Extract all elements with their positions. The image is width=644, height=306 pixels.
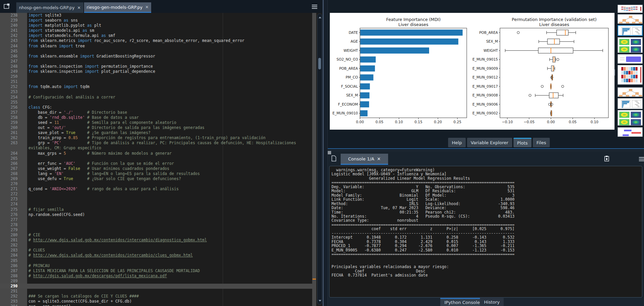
code-line-267[interactable]: 267 use_weight = False # Usar mínimos cu… — [0, 166, 312, 171]
vertical-splitter[interactable] — [322, 0, 327, 306]
plot-thumbnail-barblue[interactable] — [618, 54, 643, 64]
code-line-271[interactable]: 271q_cond = 'ANIO<=2020' # rango de años… — [0, 187, 312, 192]
code-line-260[interactable]: 260 out = 'out/' # Directorio de salida … — [0, 125, 312, 130]
line-number: 294 — [0, 304, 27, 306]
code-line-270[interactable]: 270 — [0, 181, 312, 187]
code-line-290[interactable]: 290 — [0, 284, 312, 289]
code-line-286[interactable]: 286# PRINCAU — [0, 263, 312, 268]
code-line-288[interactable]: 288# http://dgis.salud.gob.mx/descargas/… — [0, 274, 312, 279]
code-line-263[interactable]: 263 grp = 'PC' # Tipo de análisis a real… — [0, 140, 312, 146]
svg-text:POB_AREA: POB_AREA — [479, 30, 498, 35]
code-editor[interactable]: 238import sqlite3239import seaborn as sn… — [0, 13, 322, 306]
scrollbar-thumb[interactable] — [318, 58, 321, 69]
code-line-259[interactable]: 259 seed = 11 # Semilla para el componen… — [0, 120, 312, 125]
thumbnail-scrollbar[interactable] — [614, 69, 615, 75]
tab-variable-explorer[interactable]: Variable Explorer — [467, 138, 512, 147]
plot-thumbnail-heatmap[interactable] — [618, 5, 643, 13]
ipython-console-output[interactable]: warnings.warn(msg, category=FutureWarnin… — [329, 166, 642, 298]
code-line-256[interactable]: 256class CFG: — [0, 105, 312, 110]
code-line-254[interactable]: 254# Configuración del análisis a correr — [0, 95, 312, 100]
plot-thumbnail-tree[interactable] — [618, 14, 643, 24]
code-line-238[interactable]: 238import sqlite3 — [0, 13, 312, 18]
code-line-248[interactable]: 248from sklearn.inspection import permut… — [0, 64, 312, 69]
browse-tabs-icon[interactable] — [3, 3, 10, 10]
code-lines[interactable]: 238import sqlite3239import seaborn as sn… — [0, 13, 312, 306]
code-line-251[interactable]: 251 — [0, 79, 312, 84]
code-line-291[interactable]: 291 — [0, 289, 312, 294]
scroll-down-arrow-icon[interactable] — [319, 300, 321, 302]
console-tab[interactable]: Console 1/A ✕ — [341, 154, 388, 165]
code-line-252[interactable]: 252from tqdm.auto import tqdm — [0, 84, 312, 89]
code-line-243[interactable]: 243from sklearn.metrics import roc_auc_s… — [0, 38, 312, 43]
console-options-menu-icon[interactable] — [639, 156, 644, 162]
code-line-287[interactable]: 287# LISTA MEXICANA PARA LA SELECCION DE… — [0, 268, 312, 274]
code-line-264[interactable]: 264 max_grps = 5 # Número máximo de mode… — [0, 151, 312, 156]
code-line-245[interactable]: 245 — [0, 49, 312, 54]
code-line-255[interactable]: 255 — [0, 100, 312, 105]
code-line-274[interactable]: 274 — [0, 202, 312, 207]
code-line-273[interactable]: 273 — [0, 197, 312, 202]
editor-options-menu-icon[interactable] — [312, 4, 318, 8]
code-line-282[interactable]: 282 — [0, 243, 312, 248]
plot-thumbnail-barsrb[interactable] — [618, 127, 643, 137]
plot-thumbnail-heatmap[interactable] — [618, 65, 643, 85]
code-line-294[interactable]: 294cur = con.cursor() — [0, 304, 312, 306]
code-line-281[interactable]: 281# http://www.dgis.salud.gob.mx/conten… — [0, 238, 312, 243]
tab-help[interactable]: Help — [448, 138, 466, 147]
stop-square-icon[interactable] — [328, 151, 331, 154]
code-line-265[interactable]: 265 — [0, 156, 312, 161]
close-icon[interactable]: ✕ — [377, 156, 381, 161]
plot-thumbnail-contour[interactable] — [618, 110, 643, 126]
close-icon[interactable]: ✕ — [77, 5, 81, 10]
code-line-240[interactable]: 240import matplotlib.pyplot as plt — [0, 23, 312, 28]
code-line-268[interactable]: 268 lang = 'EN' # lang=EN o lang=ES para… — [0, 171, 312, 176]
code-line-272[interactable]: 272 — [0, 192, 312, 197]
plot-thumbnail-bars[interactable] — [618, 98, 643, 109]
plot-thumbnail-tree[interactable] — [618, 87, 643, 97]
code-line-258[interactable]: 258 db = 'rnd_db.sqlite' # Base de datos… — [0, 115, 312, 120]
code-line-277[interactable]: 277 — [0, 217, 312, 222]
line-number: 252 — [0, 84, 27, 89]
code-line-283[interactable]: 283# CLUES — [0, 248, 312, 253]
code-line-278[interactable]: 278 — [0, 222, 312, 227]
inspect-icon[interactable] — [604, 155, 609, 163]
editor-tab-nhosp[interactable]: nhosp-gen-models-GRP.py ✕ — [16, 2, 83, 13]
tab-history[interactable]: History — [480, 298, 504, 306]
code-line-276[interactable]: 276np.random.seed(CFG.seed) — [0, 212, 312, 217]
code-line-275[interactable]: 275# fijar semilla — [0, 207, 312, 212]
editor-scrollbar[interactable] — [317, 14, 322, 305]
code-line-250[interactable]: 250 — [0, 74, 312, 79]
plot-thumbnail-bars[interactable] — [618, 25, 643, 36]
warning-flag-marker — [313, 279, 316, 280]
code-line-292[interactable]: 292### Se cargan los catálogos de CIE Y … — [0, 294, 312, 299]
code-line-249[interactable]: 249from sklearn.inspection import plot_p… — [0, 69, 312, 74]
tab-plots[interactable]: Plots — [514, 138, 531, 147]
code-line-253[interactable]: 253 — [0, 89, 312, 94]
code-line-257[interactable]: 257 base_dir = './' # Directorio base — [0, 110, 312, 115]
code-line-284[interactable]: 284# http://www.dgis.salud.gob.mx/conten… — [0, 253, 312, 258]
editor-tab-riesgo[interactable]: riesgo-gen-models-GRP.py ✕ — [84, 2, 151, 13]
code-line-247[interactable]: 247 — [0, 59, 312, 64]
code-line-246[interactable]: 246from sklearn.ensemble import Gradient… — [0, 54, 312, 59]
line-number: 273 — [0, 197, 27, 202]
code-line-242[interactable]: 242import statsmodels.formula.api as smf — [0, 33, 312, 38]
code-line-279[interactable]: 279 — [0, 227, 312, 233]
code-line-239[interactable]: 239import seaborn as sns — [0, 18, 312, 23]
code-line-241[interactable]: 241import statsmodels.api as sm — [0, 28, 312, 33]
tab-ipython-console[interactable]: IPython Console — [440, 298, 484, 306]
close-icon[interactable]: ✕ — [145, 5, 148, 9]
code-line-261[interactable]: 261 save_plot = True # ¿Se guardan las i… — [0, 130, 312, 135]
code-line-280[interactable]: 280# CIE — [0, 233, 312, 238]
code-line-244[interactable]: 244from sklearn import tree — [0, 44, 312, 49]
plot-thumbnail-contour[interactable] — [618, 37, 643, 53]
code-line-269[interactable]: 269 use_defu = True # ¿Usar solo CIE que… — [0, 176, 312, 181]
code-line-266[interactable]: 266 err_func = 'AUC' # Función con la qu… — [0, 161, 312, 166]
code-line-293[interactable]: 293con = sqlite3.connect(CFG.base_dir + … — [0, 299, 312, 304]
new-console-icon[interactable] — [331, 155, 337, 163]
tab-files[interactable]: Files — [533, 138, 550, 147]
code-line-262[interactable]: 262 train_prop = 0.85 # Proporción de re… — [0, 135, 312, 140]
scroll-up-arrow-icon[interactable] — [319, 17, 321, 18]
code-line-wrap[interactable]: evitables, CM: Grupo especifico — [0, 146, 312, 151]
code-line-285[interactable]: 285 — [0, 258, 312, 263]
code-line-289[interactable]: 289 — [0, 279, 312, 284]
